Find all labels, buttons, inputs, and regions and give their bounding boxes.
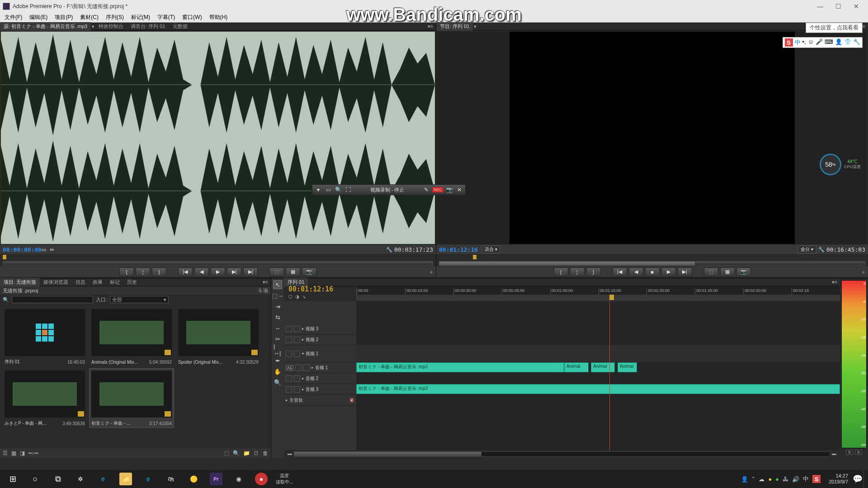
solo-l-button[interactable]: S — [846, 450, 853, 455]
taskbar-premiere[interactable]: Pr — [205, 470, 227, 488]
audio-clip[interactable]: Animal — [591, 362, 615, 372]
panel-menu-icon[interactable]: ▾≡ — [260, 279, 271, 285]
solo-r-button[interactable]: S — [855, 450, 862, 455]
tray-chevron-icon[interactable]: ˄ — [752, 476, 755, 483]
panel-menu-icon[interactable]: ▾≡ — [425, 23, 436, 29]
track-header-v1[interactable]: ▾视频 1 — [284, 345, 356, 362]
project-item-audio[interactable]: 初音ミク - 单曲 - ...3:17:41004 — [90, 369, 174, 427]
bc-menu-icon[interactable]: ▾ — [314, 186, 322, 194]
mark-in-button[interactable]: { — [119, 267, 134, 277]
bc-zoom-icon[interactable]: 🔍 — [334, 186, 342, 194]
media-browser-tab[interactable]: 媒体浏览器 — [40, 278, 72, 286]
source-tab[interactable]: 源: 初音ミク - 单曲 - 网易云音乐 .mp3 — [0, 22, 91, 31]
step-back-button[interactable]: ◀ — [629, 267, 643, 277]
taskbar-app[interactable]: ✲ — [70, 470, 91, 488]
goto-out-button[interactable]: ▶| — [678, 267, 692, 277]
in-point-marker[interactable] — [3, 255, 6, 259]
mark-split[interactable]: ¦ — [570, 267, 585, 277]
taskbar-store[interactable]: 🛍 — [160, 470, 182, 488]
bc-close-icon[interactable]: ✕ — [455, 186, 463, 194]
menu-sequence[interactable]: 序列(S) — [103, 13, 127, 22]
goto-in-button[interactable]: |◀ — [613, 267, 627, 277]
start-button[interactable]: ⊞ — [2, 470, 24, 488]
marker-icon[interactable]: ◑ — [295, 294, 299, 299]
ime-punct-icon[interactable]: •, — [802, 38, 806, 47]
audio-meter[interactable]: 0-6-12-18-24-30-36-42-48-54 — [841, 280, 867, 448]
source-timecode-in[interactable]: 00:00:00:00 — [3, 246, 42, 253]
track-header-v2[interactable]: ▸视频 2 — [284, 334, 356, 345]
tray-security-icon[interactable]: ● — [768, 476, 772, 483]
bc-rect-icon[interactable]: ▭ — [324, 186, 332, 194]
pen-tool[interactable]: ✒ — [273, 356, 282, 365]
mark-split-1[interactable]: ¦ — [136, 267, 150, 277]
icon-view-icon[interactable]: ▦ — [11, 450, 16, 456]
bc-fullscreen-icon[interactable]: ⛶ — [344, 186, 352, 194]
link-icon[interactable]: ↘ — [302, 294, 306, 299]
program-tab[interactable]: 节目: 序列 01 — [436, 22, 473, 31]
wrench-icon[interactable]: 🔧 — [818, 247, 825, 253]
close-button[interactable]: ✕ — [847, 2, 865, 11]
program-zoom-scroll[interactable] — [439, 261, 865, 266]
panel-menu-icon[interactable]: ▾≡ — [829, 279, 840, 285]
bc-pencil-icon[interactable]: ✎ — [422, 186, 430, 194]
overwrite-button[interactable]: ▦ — [286, 267, 300, 277]
taskbar-edge[interactable]: e — [92, 470, 114, 488]
project-item-audio[interactable]: Animals (Original Mix...5:04:38592 — [90, 307, 174, 366]
track-header-a2[interactable]: ▸音频 2 — [284, 373, 356, 384]
ime-keyboard-icon[interactable]: ⌨ — [825, 38, 833, 47]
insert-button[interactable]: ⬚ — [269, 267, 284, 277]
playhead-line[interactable] — [609, 301, 610, 450]
automate-icon[interactable]: ⬚ — [224, 450, 229, 456]
zoom-tool[interactable]: 🔍 — [273, 378, 282, 387]
tray-network-icon[interactable]: 🖧 — [783, 476, 788, 483]
add-button-icon[interactable]: + — [862, 268, 865, 276]
program-timecode[interactable]: 00:01:12:16 — [439, 246, 478, 253]
list-view-icon[interactable]: ☰ — [3, 450, 8, 456]
menu-clip[interactable]: 素材(C) — [77, 13, 101, 22]
add-button-icon[interactable]: + — [429, 268, 433, 276]
audio-clip[interactable]: 初音ミク - 单曲 - 网易云音乐 .mp3 — [356, 362, 564, 372]
timeline-tracks-area[interactable]: 初音ミク - 单曲 - 网易云音乐 .mp3 Animal Animal Ani… — [356, 301, 840, 450]
taskbar-clock[interactable]: 14:272019/9/7 — [825, 473, 852, 485]
menu-marker[interactable]: 标记(M) — [128, 13, 153, 22]
menu-window[interactable]: 窗口(W) — [179, 13, 204, 22]
menu-help[interactable]: 帮助(H) — [207, 13, 231, 22]
new-item-icon[interactable]: 🗋 — [254, 450, 259, 456]
filter-dropdown[interactable]: 全部▾ — [110, 296, 169, 303]
source-waveform-view[interactable]: L R — [1, 32, 435, 244]
ime-skin-icon[interactable]: 👕 — [844, 38, 851, 47]
taskbar-steam[interactable]: ◉ — [228, 470, 250, 488]
rolling-tool[interactable]: ⇆ — [273, 313, 282, 322]
lift-button[interactable]: ⬚ — [704, 267, 718, 277]
source-zoom-scroll[interactable] — [3, 261, 433, 266]
track-header-v3[interactable]: ▸视频 3 — [284, 324, 356, 334]
ime-person-icon[interactable]: 👤 — [835, 38, 842, 47]
minimize-button[interactable]: — — [811, 2, 829, 11]
export-frame-button[interactable]: 📷 — [736, 267, 751, 277]
taskbar-chrome[interactable]: 🟡 — [183, 470, 204, 488]
ime-toolbox-icon[interactable]: 🔧 — [853, 38, 860, 47]
ime-tooltip[interactable]: 个性设置，点我看看 — [806, 23, 863, 33]
export-frame-button[interactable]: 📷 — [302, 267, 316, 277]
project-item-audio[interactable]: みきとP - 单曲 - 网...3:49:30636 — [3, 369, 87, 427]
project-item-audio[interactable]: Spoiler (Original Mix...4:32:30528 — [176, 307, 260, 366]
razor-tool[interactable]: ✂ — [273, 334, 282, 343]
menu-edit[interactable]: 编辑(E) — [27, 13, 50, 22]
tray-volume-icon[interactable]: 🔊 — [792, 476, 799, 483]
ime-toolbar[interactable]: S 中 •, ☺ 🎤 ⌨ 👤 👕 🔧 — [783, 37, 863, 48]
fit-icon[interactable]: ▭ — [42, 247, 46, 253]
tray-onedrive-icon[interactable]: ☁ — [759, 476, 764, 483]
cpu-temp-widget[interactable]: 58% 44°C CPU温度 — [820, 154, 861, 175]
audio-clip[interactable]: 初音ミク - 单曲 - 网易云音乐 .mp3 — [356, 384, 840, 394]
bandicam-toolbar[interactable]: ▾ ▭ 🔍 ⛶ 视频录制 - 停止 ✎ REC 📷 ✕ — [312, 184, 466, 195]
taskbar-bandicam[interactable]: ● — [250, 470, 272, 488]
fit-dropdown[interactable]: 适合 ▾ — [481, 245, 500, 253]
drag-icon[interactable]: ⇔ — [50, 247, 54, 253]
tray-defender-icon[interactable]: ● — [775, 476, 779, 483]
goto-in-button[interactable]: |◀ — [178, 267, 193, 277]
zoom-in-icon[interactable]: ━ — [832, 450, 836, 459]
timeline-timecode[interactable]: 00:01:12:16 — [288, 285, 352, 293]
notifications-button[interactable]: 💬 — [853, 470, 863, 488]
tray-people-icon[interactable]: 👤 — [741, 476, 748, 483]
program-scrub-bar[interactable] — [439, 254, 865, 260]
